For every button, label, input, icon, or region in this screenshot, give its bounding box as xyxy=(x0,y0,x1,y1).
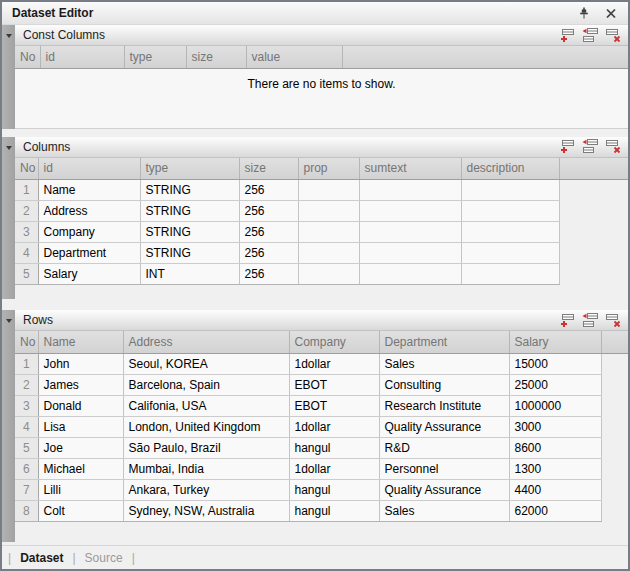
row-number-cell[interactable]: 8 xyxy=(15,500,38,521)
column-header[interactable]: type xyxy=(140,158,239,180)
pin-icon[interactable] xyxy=(576,5,592,21)
cell[interactable]: Sydney, NSW, Australia xyxy=(123,500,289,521)
cell[interactable]: Name xyxy=(38,180,140,201)
cell[interactable]: 1dollar xyxy=(289,353,379,374)
cell[interactable]: Donald xyxy=(38,395,123,416)
cell[interactable]: STRING xyxy=(140,243,239,264)
table-row[interactable]: 3CompanySTRING256 xyxy=(15,222,628,243)
cell[interactable]: Michael xyxy=(38,458,123,479)
cell[interactable]: 256 xyxy=(239,180,298,201)
table-row[interactable]: 1NameSTRING256 xyxy=(15,180,628,201)
cell[interactable]: STRING xyxy=(140,180,239,201)
row-number-cell[interactable]: 3 xyxy=(15,395,38,416)
cell[interactable]: John xyxy=(38,353,123,374)
add-row-button[interactable] xyxy=(559,313,575,328)
table-row[interactable]: 3DonaldCalifonia, USAEBOTResearch Instit… xyxy=(15,395,628,416)
cell[interactable] xyxy=(359,222,461,243)
collapse-strip[interactable] xyxy=(2,310,15,542)
cell[interactable]: Joe xyxy=(38,437,123,458)
cell[interactable]: Personnel xyxy=(379,458,509,479)
row-number-cell[interactable]: 4 xyxy=(15,243,38,264)
column-header[interactable]: type xyxy=(124,46,186,68)
cell[interactable]: Seoul, KOREA xyxy=(123,353,289,374)
cell[interactable]: Colt xyxy=(38,500,123,521)
cell[interactable]: Lilli xyxy=(38,479,123,500)
cell[interactable]: hangul xyxy=(289,500,379,521)
cell[interactable]: Quality Assurance xyxy=(379,416,509,437)
table-row[interactable]: 4LisaLondon, United Kingdom1dollarQualit… xyxy=(15,416,628,437)
cell[interactable] xyxy=(461,243,559,264)
cell[interactable] xyxy=(359,264,461,285)
row-number-cell[interactable]: 6 xyxy=(15,458,38,479)
cell[interactable]: Barcelona, Spain xyxy=(123,374,289,395)
row-number-cell[interactable]: 7 xyxy=(15,479,38,500)
column-header[interactable]: value xyxy=(246,46,342,68)
column-header[interactable]: Address xyxy=(123,331,289,353)
cell[interactable]: Lisa xyxy=(38,416,123,437)
table-row[interactable]: 5SalaryINT256 xyxy=(15,264,628,285)
row-number-cell[interactable]: 2 xyxy=(15,201,38,222)
table-row[interactable]: 7LilliAnkara, TurkeyhangulQuality Assura… xyxy=(15,479,628,500)
cell[interactable]: 256 xyxy=(239,201,298,222)
cell[interactable]: 1300 xyxy=(509,458,601,479)
delete-row-button[interactable] xyxy=(605,139,621,154)
column-header[interactable]: prop xyxy=(298,158,359,180)
cell[interactable] xyxy=(461,222,559,243)
cell[interactable]: EBOT xyxy=(289,374,379,395)
table-row[interactable]: 6MichaelMumbai, India1dollarPersonnel130… xyxy=(15,458,628,479)
cell[interactable]: Califonia, USA xyxy=(123,395,289,416)
tab-source[interactable]: Source xyxy=(85,551,123,565)
column-header[interactable]: Salary xyxy=(509,331,601,353)
cell[interactable]: R&D xyxy=(379,437,509,458)
row-number-cell[interactable]: 5 xyxy=(15,437,38,458)
row-number-cell[interactable]: 2 xyxy=(15,374,38,395)
add-row-button[interactable] xyxy=(559,28,575,43)
cell[interactable]: 1dollar xyxy=(289,416,379,437)
cell[interactable]: Sales xyxy=(379,353,509,374)
cell[interactable]: Ankara, Turkey xyxy=(123,479,289,500)
cell[interactable]: James xyxy=(38,374,123,395)
table-row[interactable]: 8ColtSydney, NSW, AustraliahangulSales62… xyxy=(15,500,628,521)
table-row[interactable]: 4DepartmentSTRING256 xyxy=(15,243,628,264)
cell[interactable] xyxy=(298,264,359,285)
insert-row-button[interactable] xyxy=(582,313,598,328)
cell[interactable]: EBOT xyxy=(289,395,379,416)
cell[interactable]: hangul xyxy=(289,479,379,500)
column-header[interactable]: size xyxy=(186,46,246,68)
cell[interactable]: 256 xyxy=(239,243,298,264)
close-icon[interactable] xyxy=(603,5,619,21)
column-header[interactable]: id xyxy=(40,46,124,68)
row-number-cell[interactable]: 5 xyxy=(15,264,38,285)
add-row-button[interactable] xyxy=(559,139,575,154)
row-number-cell[interactable]: 1 xyxy=(15,353,38,374)
collapse-strip[interactable] xyxy=(2,137,15,300)
cell[interactable]: 25000 xyxy=(509,374,601,395)
delete-row-button[interactable] xyxy=(605,28,621,43)
column-header[interactable]: No xyxy=(15,158,38,180)
cell[interactable]: São Paulo, Brazil xyxy=(123,437,289,458)
cell[interactable]: 1dollar xyxy=(289,458,379,479)
cell[interactable]: STRING xyxy=(140,201,239,222)
cell[interactable]: INT xyxy=(140,264,239,285)
cell[interactable]: Consulting xyxy=(379,374,509,395)
cell[interactable] xyxy=(359,201,461,222)
cell[interactable]: Research Institute xyxy=(379,395,509,416)
column-header[interactable]: description xyxy=(461,158,559,180)
table-row[interactable]: 5JoeSão Paulo, BrazilhangulR&D8600 xyxy=(15,437,628,458)
cell[interactable]: 256 xyxy=(239,222,298,243)
cell[interactable] xyxy=(359,243,461,264)
cell[interactable]: 4400 xyxy=(509,479,601,500)
column-header[interactable]: Department xyxy=(379,331,509,353)
row-number-cell[interactable]: 1 xyxy=(15,180,38,201)
collapse-strip[interactable] xyxy=(2,25,15,129)
cell[interactable] xyxy=(461,180,559,201)
cell[interactable]: Quality Assurance xyxy=(379,479,509,500)
cell[interactable]: Mumbai, India xyxy=(123,458,289,479)
column-header[interactable]: Name xyxy=(38,331,123,353)
cell[interactable]: hangul xyxy=(289,437,379,458)
cell[interactable] xyxy=(298,243,359,264)
cell[interactable] xyxy=(298,222,359,243)
cell[interactable]: Address xyxy=(38,201,140,222)
cell[interactable] xyxy=(461,201,559,222)
cell[interactable] xyxy=(359,180,461,201)
